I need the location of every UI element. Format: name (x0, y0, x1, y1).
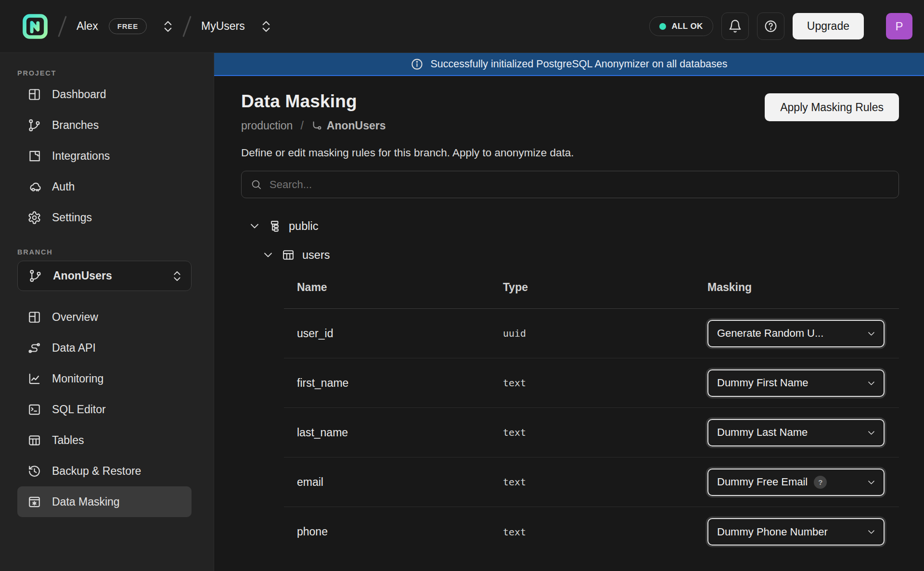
tables-icon (27, 433, 41, 447)
sidebar-item-label: Branches (52, 119, 99, 132)
column-type: text (503, 476, 707, 488)
masking-select-last-name[interactable]: Dummy Last Name (707, 419, 885, 446)
breadcrumb: production / AnonUsers (241, 119, 386, 132)
chevron-down-icon (867, 527, 876, 536)
help-button[interactable] (757, 13, 784, 40)
help-circle-icon (764, 19, 778, 33)
chevron-up-down-icon (163, 19, 173, 34)
avatar[interactable]: P (886, 13, 912, 39)
table-row: last_name text Dummy Last Name (284, 408, 899, 457)
branch-selector[interactable]: AnonUsers (17, 261, 192, 291)
notifications-button[interactable] (721, 13, 749, 40)
breadcrumb-separator: / (300, 119, 303, 132)
monitoring-chart-icon (27, 372, 41, 386)
apply-masking-rules-button[interactable]: Apply Masking Rules (765, 93, 899, 121)
masking-select-email[interactable]: Dummy Free Email ? (707, 469, 885, 496)
column-type: uuid (503, 328, 707, 339)
column-header-masking: Masking (707, 281, 899, 294)
sidebar-item-sql-editor[interactable]: SQL Editor (17, 394, 192, 425)
chevron-down-icon[interactable] (249, 220, 260, 232)
page-description: Define or edit masking rules for this br… (241, 147, 899, 159)
org-name[interactable]: Alex (77, 20, 98, 33)
sidebar-item-label: SQL Editor (52, 403, 106, 416)
sidebar-item-settings[interactable]: Settings (17, 202, 192, 233)
masking-select-value: Dummy Free Email (717, 476, 808, 488)
banner-text: Successfully initialized PostgreSQL Anon… (430, 58, 727, 70)
column-name: last_name (297, 426, 503, 439)
search-icon (250, 178, 262, 190)
column-name: user_id (297, 327, 503, 340)
masking-select-user-id[interactable]: Generate Random U... (707, 320, 885, 347)
project-switcher-button[interactable] (261, 19, 271, 34)
sidebar-item-data-masking[interactable]: Data Masking (17, 486, 192, 517)
sidebar-item-overview[interactable]: Overview (17, 302, 192, 332)
settings-gear-icon (27, 211, 41, 225)
overview-icon (27, 310, 41, 324)
main-panel: Successfully initialized PostgreSQL Anon… (214, 53, 924, 571)
column-name: email (297, 476, 503, 489)
neon-logo-icon[interactable] (22, 13, 48, 39)
sidebar-item-branches[interactable]: Branches (17, 110, 192, 140)
sidebar-item-auth[interactable]: Auth (17, 171, 192, 202)
tree-node-schema[interactable]: public (249, 219, 899, 233)
project-name[interactable]: MyUsers (201, 20, 245, 33)
tree-node-table[interactable]: users (262, 248, 899, 262)
breadcrumb-current-label: AnonUsers (327, 119, 386, 132)
masking-select-phone[interactable]: Dummy Phone Number (707, 518, 885, 546)
sidebar-item-label: Settings (52, 211, 92, 224)
table-row: email text Dummy Free Email ? (284, 457, 899, 507)
column-type: text (503, 427, 707, 438)
upgrade-button[interactable]: Upgrade (793, 13, 864, 39)
schema-icon (268, 219, 282, 233)
info-icon (411, 58, 424, 71)
topbar: Alex FREE MyUsers ALL OK (0, 0, 924, 53)
branch-selector-value: AnonUsers (53, 269, 112, 282)
status-badge[interactable]: ALL OK (649, 16, 713, 36)
sidebar-item-label: Auth (52, 180, 75, 193)
column-type: text (503, 377, 707, 389)
sidebar-item-label: Tables (52, 434, 84, 447)
data-api-icon (27, 341, 41, 355)
page-title: Data Masking (241, 91, 386, 112)
branches-icon (28, 269, 42, 283)
sidebar-item-tables[interactable]: Tables (17, 425, 192, 456)
auth-icon (27, 180, 41, 194)
sidebar-item-dashboard[interactable]: Dashboard (17, 79, 192, 110)
masking-select-first-name[interactable]: Dummy First Name (707, 369, 885, 397)
chevron-up-down-icon (173, 269, 181, 283)
table-row: first_name text Dummy First Name (284, 358, 899, 408)
branch-section-label: BRANCH (17, 248, 214, 256)
sidebar-item-backup-restore[interactable]: Backup & Restore (17, 456, 192, 486)
sidebar-item-integrations[interactable]: Integrations (17, 140, 192, 171)
chevron-down-icon[interactable] (262, 249, 274, 261)
breadcrumb-slash-icon (182, 15, 192, 37)
sql-editor-terminal-icon (27, 403, 41, 417)
branches-icon (27, 118, 41, 132)
notification-banner: Successfully initialized PostgreSQL Anon… (214, 53, 924, 76)
masking-select-value: Generate Random U... (717, 327, 823, 340)
search-input[interactable] (270, 178, 890, 191)
sidebar-item-data-api[interactable]: Data API (17, 332, 192, 363)
backup-restore-history-icon (27, 464, 41, 478)
breadcrumb-slash-icon (58, 15, 67, 37)
data-masking-icon (27, 495, 41, 509)
sidebar-item-monitoring[interactable]: Monitoring (17, 363, 192, 394)
masking-select-value: Dummy First Name (717, 377, 808, 389)
status-label: ALL OK (671, 22, 703, 31)
sidebar: PROJECT Dashboard Branches Integrations … (0, 53, 214, 571)
dashboard-icon (27, 88, 41, 102)
project-section-label: PROJECT (17, 69, 214, 77)
breadcrumb-current: AnonUsers (311, 119, 386, 132)
table-row: phone text Dummy Phone Number (284, 507, 899, 557)
table-name: users (302, 249, 330, 262)
chevron-down-icon (867, 379, 876, 388)
org-switcher-button[interactable] (163, 19, 173, 34)
help-badge-icon[interactable]: ? (814, 476, 827, 489)
table-row: user_id uuid Generate Random U... (284, 309, 899, 358)
integrations-icon (27, 149, 41, 163)
masking-select-value: Dummy Last Name (717, 426, 808, 439)
sidebar-item-label: Integrations (52, 150, 110, 163)
chevron-down-icon (867, 329, 876, 338)
breadcrumb-parent[interactable]: production (241, 119, 293, 132)
schema-name: public (289, 220, 318, 233)
